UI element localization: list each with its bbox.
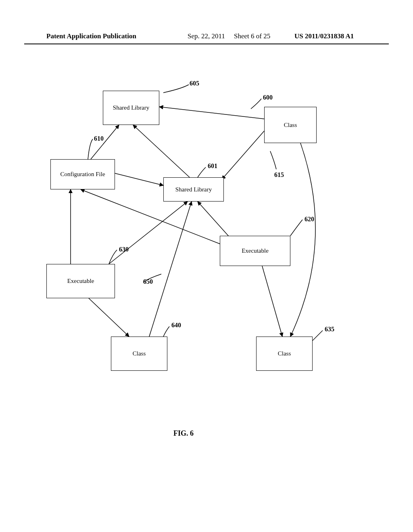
ref-605: 605 (190, 80, 199, 87)
ref-610: 610 (94, 135, 104, 142)
node-label: Class (278, 350, 291, 357)
node-class-600: Class (264, 107, 317, 143)
diagram: Shared Library Class Configuration File … (0, 0, 413, 532)
node-config-file-610: Configuration File (50, 159, 115, 189)
node-class-640: Class (111, 337, 167, 371)
ref-635: 635 (325, 326, 334, 333)
node-label: Shared Library (175, 186, 212, 193)
node-label: Class (133, 350, 146, 357)
svg-line-5 (198, 202, 232, 240)
svg-line-10 (89, 298, 129, 337)
svg-line-11 (149, 202, 192, 337)
node-label: Configuration File (60, 171, 105, 178)
node-label: Executable (242, 247, 269, 254)
ref-640: 640 (171, 322, 181, 329)
node-label: Executable (67, 278, 94, 285)
node-shared-library-601: Shared Library (163, 177, 224, 202)
ref-630: 630 (119, 246, 129, 253)
svg-line-3 (115, 173, 163, 185)
node-executable-630: Executable (46, 264, 115, 298)
page: Patent Application Publication Sep. 22, … (0, 0, 413, 532)
svg-line-4 (133, 125, 190, 177)
svg-line-1 (222, 131, 264, 179)
node-executable-620: Executable (220, 236, 290, 266)
node-class-635: Class (256, 337, 313, 371)
svg-line-7 (262, 266, 282, 337)
svg-line-9 (109, 202, 188, 264)
ref-601: 601 (208, 162, 217, 170)
ref-650: 650 (143, 278, 153, 285)
ref-620: 620 (305, 216, 314, 223)
figure-label: FIG. 6 (173, 429, 194, 438)
node-label: Class (284, 122, 297, 129)
node-shared-library-605: Shared Library (103, 91, 159, 125)
svg-line-0 (159, 107, 264, 119)
ref-600: 600 (263, 94, 273, 101)
node-label: Shared Library (113, 104, 149, 111)
ref-615: 615 (274, 171, 284, 179)
